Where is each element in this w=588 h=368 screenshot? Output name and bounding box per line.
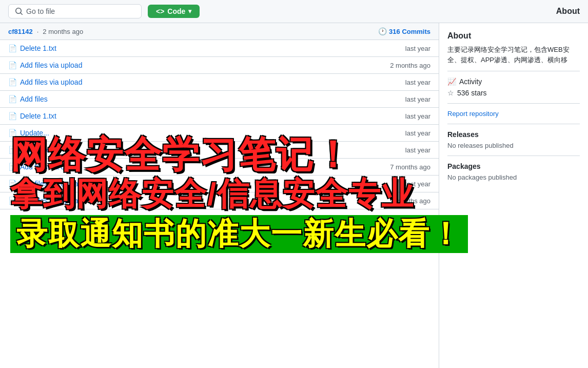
table-row: 📄 Delete 1.txt last year bbox=[0, 40, 439, 57]
file-name-cell[interactable]: 📄 Add files via upload bbox=[8, 180, 121, 188]
table-row: 📄 Add files via upload 2 months ago bbox=[0, 57, 439, 74]
file-time-cell: last year bbox=[316, 40, 439, 57]
sidebar: About 主要记录网络安全学习笔记，包含WEB安全、提权、APP渗透、内网渗透… bbox=[439, 23, 588, 368]
commit-message-cell bbox=[280, 159, 316, 176]
search-icon bbox=[15, 7, 23, 15]
table-row: 📄 Add files via upload 7 months ago bbox=[0, 159, 439, 176]
table-row: 📄 Add files via upload last year bbox=[0, 176, 439, 192]
file-icon: 📄 bbox=[8, 112, 17, 120]
commit-message-cell bbox=[280, 74, 316, 91]
star-icon: ☆ bbox=[447, 89, 454, 97]
packages-title: Packages bbox=[447, 162, 481, 170]
file-icon: 📄 bbox=[8, 163, 17, 171]
commit-message-cell bbox=[280, 57, 316, 74]
stars-count[interactable]: 536 stars bbox=[457, 89, 487, 97]
commit-message-cell bbox=[280, 40, 316, 57]
report-link[interactable]: Report repository bbox=[447, 110, 580, 118]
file-icon: 📄 bbox=[8, 78, 17, 86]
commit-message-cell bbox=[280, 108, 316, 125]
packages-section: Packages No packages published bbox=[447, 156, 580, 181]
table-row: 📄 Delete txt last year bbox=[0, 142, 439, 159]
file-name-cell[interactable]: 📄 Add files via upload bbox=[8, 197, 121, 205]
about-section-title: About bbox=[447, 31, 580, 41]
file-name-cell[interactable]: 📄 Update... bbox=[8, 129, 121, 137]
file-icon: 📄 bbox=[8, 129, 17, 137]
file-listing: cf81142 · 2 months ago 🕐 316 Commits 📄 D… bbox=[0, 23, 439, 368]
file-name-cell[interactable]: 📄 Delete 1.txt bbox=[8, 112, 121, 120]
commit-message-cell bbox=[280, 91, 316, 108]
releases-section: Releases No releases published bbox=[447, 124, 580, 149]
file-name-cell[interactable]: 📄 Add files via upload bbox=[8, 163, 121, 171]
file-time-cell: last year bbox=[316, 74, 439, 91]
releases-header: Releases bbox=[447, 130, 580, 139]
table-row: 📄 Add files via upload last year bbox=[0, 74, 439, 91]
packages-empty: No packages published bbox=[447, 173, 580, 181]
commit-message-cell bbox=[280, 176, 316, 192]
commit-time-label: 2 months ago bbox=[43, 28, 83, 35]
code-button[interactable]: <> Code ▾ bbox=[148, 5, 200, 18]
about-description: 主要记录网络安全学习笔记，包含WEB安全、提权、APP渗透、内网渗透、横向移 bbox=[447, 45, 580, 65]
commits-count: 316 Commits bbox=[389, 28, 430, 35]
code-button-label: Code bbox=[167, 7, 185, 15]
file-time-cell: last year bbox=[316, 125, 439, 142]
activity-stat: 📈 Activity bbox=[447, 78, 580, 86]
file-time-cell: 9 months ago bbox=[316, 192, 439, 209]
file-time-cell: last year bbox=[316, 91, 439, 108]
table-row: 📄 Add files via upload 9 months ago bbox=[0, 192, 439, 209]
content-area: cf81142 · 2 months ago 🕐 316 Commits 📄 D… bbox=[0, 23, 588, 368]
file-name-cell[interactable]: 📄 Delete txt bbox=[8, 146, 121, 154]
file-table: 📄 Delete 1.txt last year 📄 Add files via… bbox=[0, 40, 439, 209]
file-time-cell: last year bbox=[316, 108, 439, 125]
packages-header: Packages bbox=[447, 162, 580, 170]
commit-message-cell bbox=[280, 142, 316, 159]
commit-message-cell bbox=[280, 192, 316, 209]
commit-time: · bbox=[37, 28, 39, 35]
file-time-cell: last year bbox=[316, 142, 439, 159]
file-icon: 📄 bbox=[8, 146, 17, 154]
activity-label[interactable]: Activity bbox=[459, 78, 482, 86]
commit-sha[interactable]: cf81142 bbox=[8, 28, 33, 35]
file-time-cell: 7 months ago bbox=[316, 159, 439, 176]
report-section: Report repository bbox=[447, 103, 580, 118]
activity-section: 📈 Activity ☆ 536 stars bbox=[447, 71, 580, 97]
releases-title: Releases bbox=[447, 130, 479, 139]
commits-icon: 🕐 bbox=[378, 27, 387, 35]
commits-link[interactable]: 🕐 316 Commits bbox=[378, 27, 430, 35]
about-title: About bbox=[556, 7, 580, 16]
file-name-cell[interactable]: 📄 Add files via upload bbox=[8, 61, 121, 69]
toolbar: Go to file <> Code ▾ About bbox=[0, 0, 588, 23]
file-icon: 📄 bbox=[8, 44, 17, 52]
code-icon: <> bbox=[156, 7, 164, 15]
file-icon: 📄 bbox=[8, 180, 17, 188]
table-row: 📄 Update... last year bbox=[0, 125, 439, 142]
releases-empty: No releases published bbox=[447, 142, 580, 149]
search-box[interactable]: Go to file bbox=[8, 4, 142, 18]
file-name-cell[interactable]: 📄 Add files via upload bbox=[8, 78, 121, 86]
commit-message-cell bbox=[280, 125, 316, 142]
commit-header: cf81142 · 2 months ago 🕐 316 Commits bbox=[0, 23, 439, 40]
file-time-cell: last year bbox=[316, 176, 439, 192]
stars-stat: ☆ 536 stars bbox=[447, 89, 580, 97]
file-icon: 📄 bbox=[8, 197, 17, 205]
table-row: 📄 Delete 1.txt last year bbox=[0, 108, 439, 125]
table-row: 📄 Add files last year bbox=[0, 91, 439, 108]
file-icon: 📄 bbox=[8, 95, 17, 103]
file-name-cell[interactable]: 📄 Add files bbox=[8, 95, 121, 103]
chevron-down-icon: ▾ bbox=[188, 8, 191, 15]
activity-icon: 📈 bbox=[447, 78, 456, 86]
file-name-cell[interactable]: 📄 Delete 1.txt bbox=[8, 44, 121, 52]
file-time-cell: 2 months ago bbox=[316, 57, 439, 74]
search-placeholder: Go to file bbox=[26, 7, 55, 15]
file-icon: 📄 bbox=[8, 61, 17, 69]
